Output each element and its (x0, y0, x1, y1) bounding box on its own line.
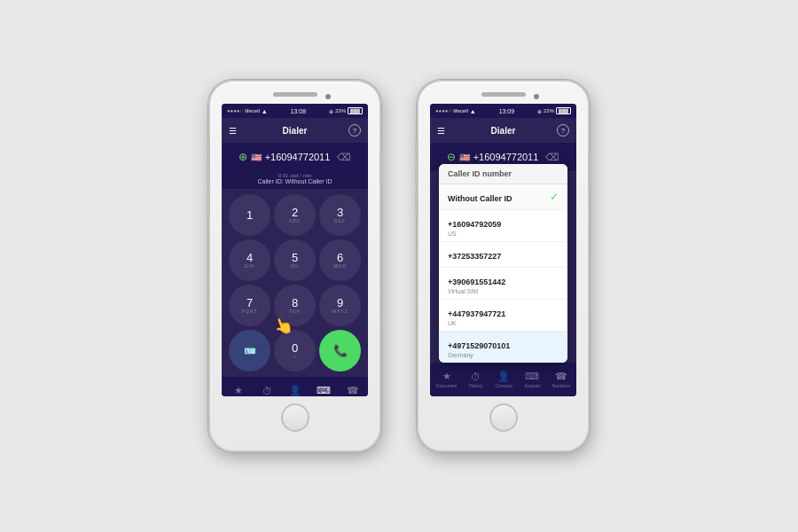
nav-contacts-1[interactable]: 👤 Contacts (286, 385, 304, 396)
help-icon-1[interactable]: ? (348, 124, 361, 137)
nav-favourites-1[interactable]: ★ Favourites (228, 385, 248, 396)
popup-item-label-0: Without Caller ID (448, 194, 512, 203)
popup-item-4[interactable]: +447937947721 UK (439, 300, 567, 332)
popup-item-1[interactable]: +16094792059 US (439, 210, 567, 242)
popup-item-5[interactable]: +4971529070101 Germany (439, 332, 567, 363)
caller-id-button-1[interactable]: 🪪 (229, 330, 270, 372)
add-number-icon-1[interactable]: ⊕ (239, 151, 247, 163)
number-row-1: ⊕ 🇺🇸 +16094772011 ⌫ (222, 143, 368, 171)
battery-2: 23% (544, 108, 554, 113)
popup-item-2[interactable]: +37253357227 (439, 242, 567, 268)
call-button-1[interactable]: 📞 (319, 330, 361, 372)
dial-key-6[interactable]: 6 MNO (319, 239, 361, 281)
flag-2: 🇺🇸 (459, 153, 470, 162)
bottom-nav-1: ★ Favourites ⏱ History 👤 Contacts ⌨ Keyp… (222, 377, 368, 396)
popup-check-0: ✓ (550, 191, 559, 203)
side-btn-left-2b (415, 161, 419, 186)
camera-1 (325, 94, 331, 99)
home-button-1[interactable] (281, 403, 309, 432)
nav-history-2[interactable]: ⏱ History (469, 372, 483, 388)
nav-contacts-2[interactable]: 👤 Contacts (495, 371, 512, 388)
phone-1: ●●●●○ lifecell ▲ 13:08 ⊕ 23% ▓▓▓ ☰ Diale… (208, 80, 381, 452)
phone-number-1: +16094772011 (265, 152, 331, 162)
app-header-2: ☰ Dialer ? (430, 118, 576, 143)
nav-numbers-2[interactable]: ☎ Numbers (552, 371, 570, 388)
carrier-1: lifecell (245, 108, 260, 113)
caller-id-row-1: 0.01 usd / min Caller ID: Without Caller… (222, 171, 368, 189)
side-btn-left-2c (415, 190, 419, 215)
side-btn-left-1b (207, 161, 210, 186)
popup-item-sub-4: UK (448, 320, 505, 326)
side-btn-right-2 (588, 153, 591, 188)
nav-numbers-1[interactable]: ☎ Numbers (344, 385, 362, 396)
flag-1: 🇺🇸 (251, 153, 262, 162)
side-btn-left-2a (415, 139, 419, 157)
popup-item-label-2: +37253357227 (448, 252, 501, 261)
dial-key-5[interactable]: 5 JKL (274, 239, 316, 281)
nav-history-1[interactable]: ⏱ History (261, 386, 275, 397)
header-title-2: Dialer (491, 126, 516, 136)
backspace-icon-1[interactable]: ⌫ (337, 152, 351, 163)
popup-item-label-3: +390691551442 (448, 278, 505, 286)
nav-keypad-2[interactable]: ⌨ Keypad (525, 371, 540, 388)
popup-item-3[interactable]: +390691551442 Virtual SIM (439, 268, 567, 300)
side-btn-left-1a (207, 139, 210, 157)
status-bar-1: ●●●●○ lifecell ▲ 13:08 ⊕ 23% ▓▓▓ (222, 104, 368, 118)
carrier-2: lifecell (453, 108, 468, 113)
time-2: 13:09 (499, 108, 515, 114)
nav-favourites-2[interactable]: ★ Favourites (436, 371, 457, 388)
popup-title: Caller ID number (439, 164, 567, 184)
dial-key-7[interactable]: 7 PQRS (229, 285, 270, 326)
camera-2 (534, 94, 539, 99)
menu-icon-2[interactable]: ☰ (437, 126, 445, 136)
popup-item-label-5: +4971529070101 (448, 341, 510, 350)
dialpad-1: 1 2 ABC 3 DEF 4 GHI 5 JKL 6 MNO (222, 189, 368, 377)
add-number-icon-2[interactable]: ⊖ (447, 151, 456, 163)
popup-item-sub-3: Virtual SIM (448, 288, 505, 294)
caller-id-text-1: Caller ID: Without Caller ID (257, 178, 332, 184)
header-title-1: Dialer (283, 126, 308, 136)
time-1: 13:08 (291, 108, 307, 114)
home-button-2[interactable] (489, 403, 518, 432)
dial-key-2[interactable]: 2 ABC (274, 194, 316, 236)
phone-2: ●●●●○ lifecell ▲ 13:09 ⊕ 23% ▓▓▓ ☰ Diale… (417, 80, 590, 452)
side-btn-left-1c (207, 190, 210, 215)
speaker-1 (273, 92, 317, 97)
backspace-icon-2[interactable]: ⌫ (545, 152, 559, 163)
nav-keypad-1[interactable]: ⌨ Keypad (317, 385, 332, 396)
popup-item-label-1: +16094792059 (448, 220, 501, 229)
screen-2: ●●●●○ lifecell ▲ 13:09 ⊕ 23% ▓▓▓ ☰ Diale… (430, 104, 576, 396)
app-header-1: ☰ Dialer ? (222, 118, 368, 143)
dial-key-9[interactable]: 9 WXYZ (319, 285, 361, 326)
caller-id-popup: Caller ID number Without Caller ID ✓ +16… (439, 164, 567, 363)
popup-item-0[interactable]: Without Caller ID ✓ (439, 184, 567, 210)
popup-item-sub-1: US (448, 231, 501, 237)
side-btn-right-1 (379, 153, 383, 188)
bottom-nav-2: ★ Favourites ⏱ History 👤 Contacts ⌨ Keyp… (430, 363, 576, 396)
battery-1: 23% (335, 108, 346, 113)
popup-item-sub-5: Germany (448, 352, 510, 358)
dial-key-1[interactable]: 1 (229, 194, 270, 236)
speaker-2 (481, 92, 526, 97)
phone-number-2: +16094772011 (473, 152, 539, 162)
dial-key-3[interactable]: 3 DEF (319, 194, 361, 236)
popup-item-label-4: +447937947721 (448, 309, 505, 318)
dial-key-4[interactable]: 4 GHI (229, 239, 270, 281)
help-icon-2[interactable]: ? (557, 124, 569, 137)
screen-1: ●●●●○ lifecell ▲ 13:08 ⊕ 23% ▓▓▓ ☰ Diale… (222, 104, 368, 396)
menu-icon-1[interactable]: ☰ (229, 126, 237, 136)
status-bar-2: ●●●●○ lifecell ▲ 13:09 ⊕ 23% ▓▓▓ (430, 104, 576, 118)
